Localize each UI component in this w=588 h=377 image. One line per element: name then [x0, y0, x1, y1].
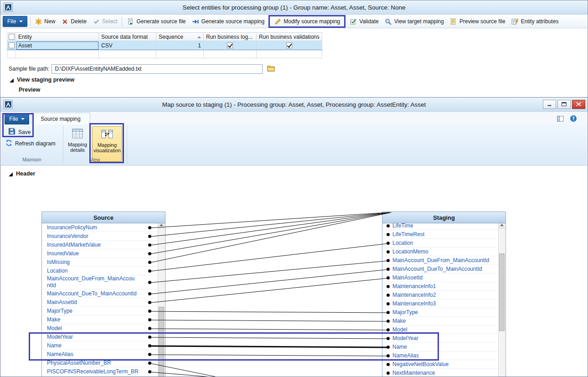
new-button[interactable]: New [32, 16, 58, 26]
sample-file-path-input[interactable]: D:\DIXF\AssetEntityNAMEadded.txt [52, 64, 263, 74]
connector-dot[interactable] [387, 372, 390, 375]
connector-dot[interactable] [148, 336, 151, 339]
column-header-entity[interactable]: Entity [16, 32, 99, 41]
staging-panel-scrollbar[interactable] [498, 222, 505, 377]
tab-file[interactable]: File [5, 113, 29, 124]
select-all-checkbox[interactable] [9, 34, 15, 40]
column-header-run-business-validations[interactable]: Run business validations [257, 32, 322, 41]
connector-dot[interactable] [148, 269, 151, 273]
maximize-button[interactable] [557, 100, 571, 109]
connector-dot[interactable] [148, 252, 151, 255]
connector-dot[interactable] [387, 294, 390, 297]
source-field-model[interactable]: Model [42, 324, 158, 333]
staging-field-mainaccount-dueto-mainaccountid[interactable]: MainAccount_DueTo_MainAccountId [383, 265, 498, 274]
column-header-run-business-log[interactable]: Run business log... [204, 32, 257, 41]
generate-source-file-button[interactable]: Generate source file [124, 16, 188, 26]
staging-field-lifetimerest[interactable]: LifeTimeRest [383, 230, 498, 239]
staging-field-maintenanceinfo2[interactable]: MaintenanceInfo2 [383, 291, 498, 300]
preview-source-file-button[interactable]: Preview source file [447, 16, 508, 26]
grid-empty-row[interactable] [7, 50, 322, 58]
source-field-insurancevendor[interactable]: InsuranceVendor [42, 232, 158, 241]
source-field-physicalassetnumber-br[interactable]: PhysicalAssetNumber_BR [42, 359, 158, 367]
staging-field-maintenanceinfo1[interactable]: MaintenanceInfo1 [383, 282, 498, 291]
connector-dot[interactable] [387, 328, 390, 331]
connector-dot[interactable] [148, 318, 151, 321]
connector-dot[interactable] [387, 233, 390, 236]
connector-dot[interactable] [387, 337, 390, 340]
delete-button[interactable]: Delete [58, 16, 89, 26]
entity-attributes-button[interactable]: Entity attributes [509, 16, 562, 26]
connector-dot[interactable] [387, 346, 390, 349]
staging-field-name[interactable]: Name [383, 343, 498, 351]
staging-field-location[interactable]: Location [383, 239, 498, 248]
grid-row-asset[interactable]: AssetCSV1 [7, 41, 322, 50]
connector-dot[interactable] [148, 243, 151, 247]
staging-field-locationmemo[interactable]: LocationMemo [383, 248, 498, 256]
view-staging-preview-expander[interactable]: View staging preview [10, 77, 74, 83]
run-business-validations-checkbox[interactable] [286, 42, 292, 48]
connector-dot[interactable] [387, 276, 390, 279]
browse-folder-button[interactable] [265, 64, 277, 74]
close-button[interactable] [572, 100, 585, 109]
file-menu-button[interactable]: File [3, 16, 27, 27]
source-field-mainassetid[interactable]: MainAssetId [42, 298, 158, 307]
scrollbar-thumb[interactable] [159, 307, 164, 377]
view-target-mapping-button[interactable]: View target mapping [382, 16, 447, 26]
staging-field-nextmaintenance[interactable]: NextMaintenance [383, 369, 498, 377]
staging-field-majortype[interactable]: MajorType [383, 308, 498, 317]
connector-dot[interactable] [387, 250, 390, 253]
source-field-mainaccount-duefrom-mainaccountid[interactable]: MainAccount_DueFrom_MainAccountId [42, 275, 158, 289]
connector-dot[interactable] [148, 370, 151, 373]
run-business-logic-checkbox[interactable] [227, 42, 233, 48]
connector-dot[interactable] [148, 362, 151, 365]
staging-field-namealias[interactable]: NameAlias [383, 351, 498, 360]
layout-toggle-icon[interactable] [557, 115, 564, 122]
source-field-insuredvalue[interactable]: InsuredValue [42, 249, 158, 258]
connector-dot[interactable] [148, 292, 151, 295]
source-field-piscofinsreceivablelongterm-br[interactable]: PISCOFINSReceivableLongTerm_BR [42, 367, 158, 376]
staging-field-make[interactable]: Make [383, 317, 498, 325]
scrollbar-thumb[interactable] [499, 253, 505, 331]
connector-dot[interactable] [387, 320, 390, 323]
connector-dot[interactable] [148, 261, 151, 264]
source-field-make[interactable]: Make [42, 315, 158, 324]
staging-field-model[interactable]: Model [383, 325, 498, 334]
source-field-modelyear[interactable]: ModelYear [42, 333, 158, 341]
staging-field-maintenanceinfo3[interactable]: MaintenanceInfo3 [383, 300, 498, 308]
connector-dot[interactable] [148, 344, 151, 347]
modify-source-mapping-button[interactable]: Modify source mapping [271, 16, 343, 26]
connector-dot[interactable] [387, 224, 390, 227]
connector-dot[interactable] [387, 259, 390, 262]
connector-dot[interactable] [148, 235, 151, 238]
connector-dot[interactable] [387, 311, 390, 314]
column-header-sequence[interactable]: Sequence [156, 32, 204, 41]
map-staging-titlebar[interactable]: Map source to staging (1) - Processing g… [0, 98, 588, 112]
refresh-diagram-button[interactable]: Refresh diagram [5, 139, 56, 148]
source-field-name[interactable]: Name [42, 341, 158, 350]
connector-dot[interactable] [148, 281, 151, 284]
source-field-location[interactable]: Location [42, 267, 158, 275]
staging-field-modelyear[interactable]: ModelYear [383, 334, 498, 343]
help-icon[interactable]: ? [569, 115, 577, 122]
source-field-insuredatmarketvalue[interactable]: InsuredAtMarketValue [42, 241, 158, 249]
source-field-ismissing[interactable]: IsMissing [42, 258, 158, 267]
source-field-namealias[interactable]: NameAlias [42, 350, 158, 359]
connector-dot[interactable] [148, 353, 151, 356]
generate-source-mapping-button[interactable]: Generate source mapping [189, 16, 267, 26]
source-panel-scrollbar[interactable] [158, 222, 165, 377]
column-header-source-data-format[interactable]: Source data format [99, 32, 156, 41]
connector-dot[interactable] [387, 363, 390, 366]
source-field-majortype[interactable]: MajorType [42, 307, 158, 315]
source-field-mainaccount-dueto-mainaccountid[interactable]: MainAccount_DueTo_MainAccountId [42, 289, 158, 298]
select-entities-titlebar[interactable]: Select entities for processing group (1)… [0, 0, 588, 15]
connector-dot[interactable] [387, 242, 390, 245]
connector-dot[interactable] [148, 301, 151, 304]
save-button[interactable]: Save [8, 128, 31, 136]
connector-dot[interactable] [387, 285, 390, 288]
connector-dot[interactable] [148, 310, 151, 313]
header-section-expander[interactable]: Header [9, 170, 35, 177]
connector-dot[interactable] [387, 302, 390, 305]
staging-field-negativenetbookvalue[interactable]: NegativeNetBookValue [383, 360, 498, 369]
minimize-button[interactable] [543, 100, 556, 109]
connector-dot[interactable] [387, 354, 390, 357]
